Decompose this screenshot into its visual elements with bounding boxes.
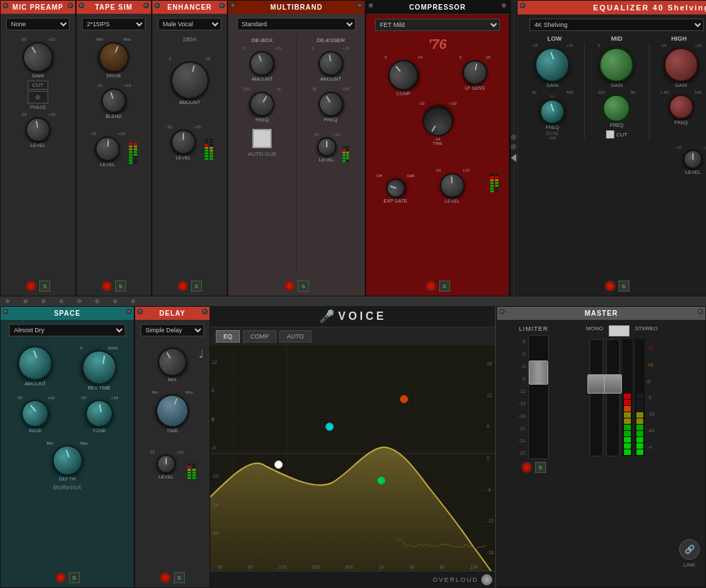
equalizer-select[interactable]: 4K Shelving	[530, 19, 704, 31]
solo-button-space[interactable]: S	[69, 572, 80, 583]
eq-high-freq-knob[interactable]	[669, 94, 694, 119]
time-knob[interactable]	[416, 101, 458, 142]
screw-tr	[698, 309, 703, 314]
eq-dot-green[interactable]	[377, 476, 385, 485]
solo-button-delay[interactable]: S	[174, 572, 185, 583]
enhancer-level-label: LEVEL	[176, 155, 191, 160]
space-select[interactable]: Almost Dry	[9, 324, 125, 336]
mic-preamp-select[interactable]: None	[6, 18, 70, 30]
delay-select[interactable]: Simple Delay	[141, 324, 204, 336]
compressor-select[interactable]: FET Mild	[375, 19, 500, 31]
tape-sim-header: TAPE SIM	[77, 1, 151, 14]
gain-knob[interactable]	[17, 37, 59, 78]
eq-low-freq-knob[interactable]	[540, 99, 565, 124]
drive-knob[interactable]	[94, 38, 133, 77]
voice-brand: OVERLOUD	[432, 576, 478, 583]
conn-dot-5	[77, 299, 81, 303]
equalizer-panel: EQUALIZER 40 Shelving 4K Shelving LOW MI…	[517, 0, 706, 296]
tone-knob[interactable]	[83, 398, 115, 429]
power-button-delay[interactable]	[160, 572, 171, 583]
enhancer-select[interactable]: Male Vocal	[158, 18, 221, 30]
eq-level-knob[interactable]	[683, 150, 703, 169]
depth-knob[interactable]	[52, 445, 83, 476]
eq-low-freq-label: FREQ	[545, 125, 558, 130]
gain-max-label: +15	[48, 37, 55, 41]
enhancer-amount-knob[interactable]	[166, 57, 212, 103]
amount-knob[interactable]	[18, 346, 52, 381]
power-button-mic[interactable]	[26, 281, 37, 292]
exp-gate-knob[interactable]	[383, 176, 408, 201]
top-section: MIC PREAMP None -30 +15 GAIN CUT	[0, 0, 706, 296]
tape-level-knob[interactable]	[94, 135, 121, 162]
enhancer-level-knob[interactable]	[171, 130, 196, 154]
tab-eq[interactable]: EQ	[216, 330, 240, 343]
delay-level-knob[interactable]	[157, 454, 176, 474]
debox-freq-knob[interactable]	[245, 87, 279, 121]
solo-button-master[interactable]: S	[535, 462, 546, 473]
power-button-space[interactable]	[55, 572, 66, 583]
multibrand-level-label: LEVEL	[319, 157, 334, 162]
solo-button-enhancer[interactable]: S	[191, 281, 202, 292]
tab-auto[interactable]: AUTO	[279, 330, 312, 343]
sep-triangle	[511, 154, 516, 162]
delay-time-label: TIME	[167, 428, 179, 433]
eq-low-gain-knob[interactable]	[535, 48, 569, 82]
level-knob[interactable]	[23, 115, 52, 144]
power-button-eq[interactable]	[605, 281, 616, 292]
solo-button-mic[interactable]: S	[39, 281, 50, 292]
app-wrapper: MIC PREAMP None -30 +15 GAIN CUT	[0, 0, 706, 588]
auto-cue-button[interactable]	[252, 129, 272, 148]
blend-knob[interactable]	[98, 85, 130, 116]
power-button-enhancer[interactable]	[177, 281, 188, 292]
compressor-bottom: S	[366, 278, 509, 294]
debox-freq-min: 200	[243, 87, 250, 91]
space-title: SPACE	[54, 310, 81, 317]
debox-amount-knob[interactable]	[246, 48, 278, 79]
limiter-fader[interactable]	[529, 361, 548, 385]
fader-right-thumb[interactable]	[604, 374, 622, 394]
level-min-label: -15	[21, 112, 27, 116]
eq-mid-freq-knob[interactable]	[603, 94, 630, 122]
master-panel: MASTER LIMITER 0 -3 -6 -9 -12	[496, 306, 706, 588]
eq-high-gain-knob[interactable]	[664, 48, 698, 82]
eq-dot-white[interactable]	[274, 460, 283, 469]
tape-sim-select[interactable]: 2*15IPS	[82, 18, 145, 30]
eq-dot-cyan[interactable]	[325, 423, 334, 431]
lf-sens-knob[interactable]	[461, 58, 490, 87]
comp-level-knob[interactable]	[438, 172, 465, 199]
eq-mid-gain-knob[interactable]	[599, 48, 634, 82]
tab-comp[interactable]: COMP	[243, 330, 276, 343]
space-brand: MoReVoX	[1, 484, 134, 491]
desser-freq-knob[interactable]	[314, 87, 347, 121]
fader-left-thumb[interactable]	[587, 374, 605, 394]
screw-tl	[520, 3, 525, 8]
comp-knob[interactable]	[382, 54, 425, 97]
space-bottom: S	[1, 570, 134, 585]
power-button-master[interactable]	[521, 462, 532, 473]
delay-time-knob[interactable]	[151, 389, 194, 432]
hz-max: 300	[549, 136, 556, 140]
power-button-multibrand[interactable]	[284, 281, 295, 292]
delay-mix-knob[interactable]	[152, 342, 192, 381]
cut-button[interactable]: CUT	[28, 81, 48, 90]
solo-button-comp[interactable]: S	[439, 281, 450, 292]
rev-time-knob[interactable]	[76, 344, 123, 391]
wide-knob[interactable]	[18, 396, 53, 431]
cut-checkbox[interactable]	[606, 130, 614, 139]
debox-freq-label: FREQ	[256, 117, 269, 122]
multibrand-level-knob[interactable]	[317, 137, 336, 156]
solo-button-multibrand[interactable]: S	[298, 281, 309, 292]
link-button[interactable]: 🔗	[679, 539, 700, 560]
desser-amount-knob[interactable]	[316, 49, 345, 78]
multibrand-select[interactable]: Standard	[237, 18, 356, 30]
power-button-tape[interactable]	[101, 281, 112, 292]
solo-button-tape[interactable]: S	[115, 281, 126, 292]
space-panel: SPACE Almost Dry AMOUNT 0 200%	[0, 306, 134, 588]
power-button-comp[interactable]	[425, 281, 436, 292]
eq-dot-orange[interactable]	[400, 395, 408, 403]
screw-tr	[219, 3, 225, 8]
solo-button-eq[interactable]: S	[618, 281, 629, 292]
screw-tl	[368, 3, 374, 8]
phase-button[interactable]: ⊘	[28, 91, 48, 103]
sep-dot-1	[511, 134, 516, 140]
